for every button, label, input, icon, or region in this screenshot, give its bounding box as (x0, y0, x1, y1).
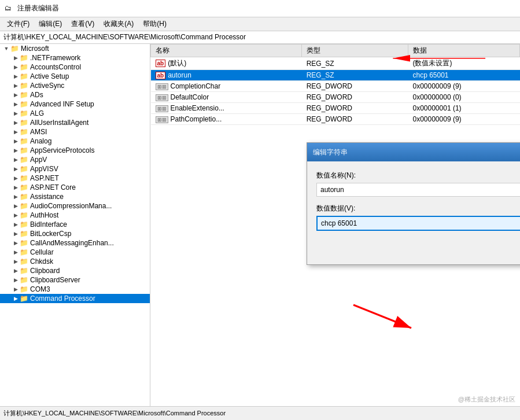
expand-arrow-icon: ▶ (12, 286, 20, 292)
folder-icon: 📁 (20, 183, 28, 191)
tree-pane: ▼📁Microsoft▶📁.NETFramework▶📁AccountsCont… (0, 44, 150, 406)
tree-scroll[interactable]: ▼📁Microsoft▶📁.NETFramework▶📁AccountsCont… (0, 44, 150, 395)
tree-item-22[interactable]: ▶📁Cellular (0, 248, 150, 257)
expand-arrow-icon: ▶ (12, 148, 20, 153)
tree-item-10[interactable]: ▶📁Analog (0, 137, 150, 146)
tree-item-label: CallAndMessagingEnhan... (30, 239, 114, 247)
app-icon: 🗂 (5, 4, 14, 13)
tree-item-label: ASP.NET (30, 174, 59, 182)
expand-arrow-icon: ▶ (12, 129, 20, 135)
tree-item-23[interactable]: ▶📁Chkdsk (0, 257, 150, 266)
folder-icon: 📁 (20, 276, 28, 284)
tree-item-1[interactable]: ▶📁.NETFramework (0, 53, 150, 62)
folder-icon: 📁 (20, 230, 28, 238)
data-input[interactable] (316, 216, 520, 231)
tree-item-27[interactable]: ▶📁Command Processor (0, 294, 150, 303)
folder-icon: 📁 (20, 267, 28, 275)
tree-item-25[interactable]: ▶📁ClipboardServer (0, 275, 150, 285)
tree-item-16[interactable]: ▶📁Assistance (0, 192, 150, 201)
dialog-body: 数值名称(N): 数值数据(V): (307, 161, 520, 264)
title-bar: 🗂 注册表编辑器 (0, 0, 520, 17)
expand-arrow-icon: ▶ (12, 259, 20, 264)
menu-item-A[interactable]: 收藏夹(A) (99, 18, 138, 30)
tree-item-label: ADs (30, 91, 43, 99)
tree-item-26[interactable]: ▶📁COM3 (0, 285, 150, 294)
tree-item-3[interactable]: ▶📁Active Setup (0, 72, 150, 81)
expand-arrow-icon: ▶ (12, 240, 20, 246)
status-bar: 计算机\HKEY_LOCAL_MACHINE\SOFTWARE\Microsof… (0, 406, 520, 420)
menu-item-F[interactable]: 文件(F) (2, 18, 34, 30)
name-label: 数值名称(N): (316, 171, 520, 180)
tree-item-label: .NETFramework (30, 54, 80, 62)
folder-icon: 📁 (20, 174, 28, 182)
folder-icon: 📁 (20, 54, 28, 62)
address-bar: 计算机\HKEY_LOCAL_MACHINE\SOFTWARE\Microsof… (0, 31, 520, 44)
menu-item-H[interactable]: 帮助(H) (138, 18, 171, 30)
tree-item-label: Command Processor (30, 294, 95, 303)
tree-item-17[interactable]: ▶📁AudioCompressionMana... (0, 201, 150, 211)
expand-arrow-icon: ▶ (12, 249, 20, 255)
expand-arrow-icon: ▶ (12, 83, 20, 89)
tree-item-label: AppVISV (30, 165, 58, 173)
expand-arrow-icon: ▶ (12, 185, 20, 190)
folder-icon: 📁 (20, 239, 28, 247)
expand-arrow-icon: ▶ (12, 212, 20, 218)
expand-arrow-icon: ▶ (12, 138, 20, 144)
expand-arrow-icon: ▶ (12, 73, 20, 79)
tree-item-14[interactable]: ▶📁ASP.NET (0, 174, 150, 183)
folder-icon: 📁 (20, 100, 28, 108)
folder-icon: 📁 (20, 248, 28, 256)
expand-arrow-icon: ▶ (12, 296, 20, 301)
name-input[interactable] (316, 183, 520, 197)
expand-arrow-icon: ▶ (12, 268, 20, 274)
tree-item-2[interactable]: ▶📁AccountsControl (0, 62, 150, 72)
svg-line-3 (353, 305, 411, 328)
tree-item-19[interactable]: ▶📁BidInterface (0, 220, 150, 229)
tree-item-20[interactable]: ▶📁BitLockerCsp (0, 229, 150, 238)
folder-icon: 📁 (20, 193, 28, 201)
expand-arrow-icon: ▼ (2, 46, 10, 51)
folder-icon: 📁 (20, 63, 28, 71)
menu-item-V[interactable]: 查看(V) (67, 18, 99, 30)
address-path: 计算机\HKEY_LOCAL_MACHINE\SOFTWARE\Microsof… (3, 32, 246, 42)
folder-icon: 📁 (20, 128, 28, 136)
menu-item-E[interactable]: 编辑(E) (34, 18, 67, 30)
tree-item-24[interactable]: ▶📁Clipboard (0, 266, 150, 275)
expand-arrow-icon: ▶ (12, 64, 20, 70)
folder-icon: 📁 (20, 156, 28, 164)
tree-item-9[interactable]: ▶📁AMSI (0, 127, 150, 137)
tree-item-label: Advanced INF Setup (30, 100, 94, 108)
tree-item-6[interactable]: ▶📁Advanced INF Setup (0, 100, 150, 109)
tree-item-4[interactable]: ▶📁ActiveSync (0, 81, 150, 90)
tree-item-label: ALG (30, 109, 44, 117)
expand-arrow-icon: ▶ (12, 222, 20, 227)
expand-arrow-icon: ▶ (12, 120, 20, 126)
expand-arrow-icon: ▶ (12, 175, 20, 181)
expand-arrow-icon: ▶ (12, 157, 20, 163)
expand-arrow-icon: ▶ (12, 277, 20, 283)
tree-item-label: AppV (30, 156, 47, 164)
tree-item-5[interactable]: ▶📁ADs (0, 90, 150, 100)
tree-item-12[interactable]: ▶📁AppV (0, 155, 150, 164)
tree-item-21[interactable]: ▶📁CallAndMessagingEnhan... (0, 238, 150, 248)
tree-item-label: AuthHost (30, 211, 58, 219)
tree-item-13[interactable]: ▶📁AppVISV (0, 164, 150, 174)
tree-item-label: BidInterface (30, 220, 67, 229)
data-label: 数值数据(V): (316, 204, 520, 213)
tree-item-label: Cellular (30, 248, 54, 256)
folder-icon: 📁 (20, 294, 28, 303)
tree-item-0[interactable]: ▼📁Microsoft (0, 44, 150, 53)
folder-icon: 📁 (20, 220, 28, 229)
dialog-buttons: 确定 取消 (316, 240, 520, 255)
tree-item-11[interactable]: ▶📁AppServiceProtocols (0, 146, 150, 155)
expand-arrow-icon: ▶ (12, 55, 20, 61)
dialog-arrow (319, 299, 434, 345)
tree-item-label: ClipboardServer (30, 276, 80, 284)
tree-item-8[interactable]: ▶📁AllUserInstallAgent (0, 118, 150, 127)
tree-item-label: AppServiceProtocols (30, 146, 94, 154)
tree-item-18[interactable]: ▶📁AuthHost (0, 211, 150, 220)
tree-item-7[interactable]: ▶📁ALG (0, 109, 150, 118)
tree-item-label: Clipboard (30, 267, 60, 275)
tree-item-15[interactable]: ▶📁ASP.NET Core (0, 183, 150, 192)
status-text: 计算机\HKEY_LOCAL_MACHINE\SOFTWARE\Microsof… (3, 409, 226, 418)
